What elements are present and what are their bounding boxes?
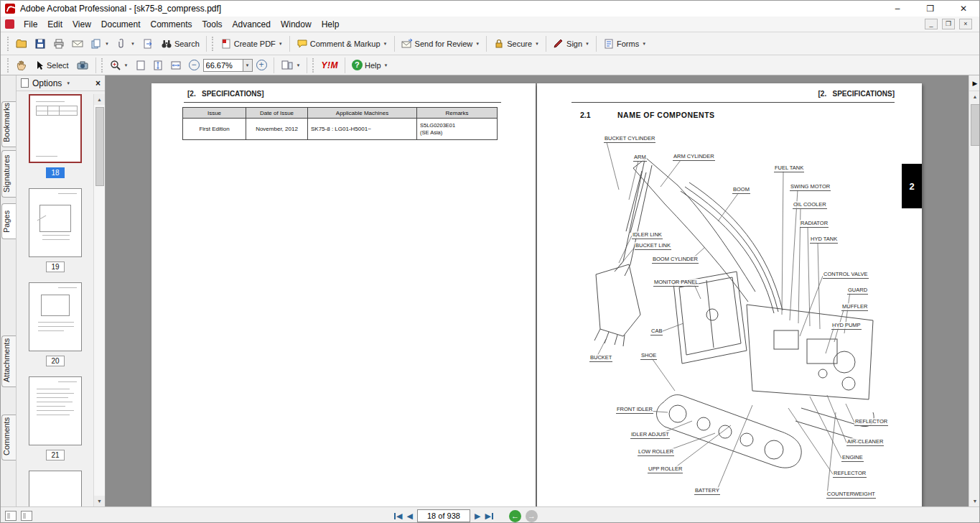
print-button[interactable]	[50, 34, 68, 52]
menu-comments[interactable]: Comments	[146, 18, 197, 31]
export-button[interactable]	[139, 34, 157, 52]
component-label: COUNTERWEIGHT	[826, 491, 876, 499]
snapshot-button[interactable]	[73, 56, 93, 74]
tab-bookmarks[interactable]: Bookmarks	[1, 101, 16, 147]
help-icon: ?	[352, 60, 363, 70]
acrobat-window: { "window": { "title": "Adobe Acrobat Pr…	[0, 0, 980, 523]
zoom-out-button[interactable]: −	[185, 56, 203, 74]
thumbnail-image[interactable]	[29, 376, 82, 445]
toolbar-separator	[345, 57, 345, 73]
scrollbar-thumb[interactable]	[971, 104, 980, 146]
toolbar-separator	[394, 36, 395, 52]
minimize-button[interactable]: –	[892, 4, 903, 14]
email-button[interactable]	[68, 34, 87, 52]
toolbar-separator	[95, 57, 96, 73]
tab-signatures[interactable]: Signatures	[1, 150, 16, 198]
page-size-icon[interactable]	[5, 511, 17, 521]
create-pdf-button[interactable]: Create PDF ▼	[217, 34, 286, 52]
mdi-restore-button[interactable]: ❐	[942, 19, 955, 29]
menu-help[interactable]: Help	[317, 18, 345, 31]
mdi-minimize-button[interactable]: _	[925, 19, 938, 29]
send-review-icon	[401, 38, 413, 50]
scrollbar-thumb[interactable]	[95, 107, 104, 186]
forms-button[interactable]: Forms ▼	[599, 34, 650, 52]
layout-toggle-icon[interactable]	[21, 511, 32, 521]
thumbnail-image[interactable]	[29, 282, 82, 351]
menu-advanced[interactable]: Advanced	[228, 18, 276, 31]
menu-window[interactable]: Window	[276, 18, 317, 31]
send-for-review-button[interactable]: Send for Review ▼	[398, 34, 484, 52]
menu-file[interactable]: File	[19, 18, 42, 31]
menu-document[interactable]: Document	[96, 18, 146, 31]
previous-view-button[interactable]: ←	[509, 510, 521, 522]
toolbar-grip[interactable]	[212, 37, 215, 51]
toolbar-grip[interactable]	[7, 58, 10, 73]
menu-view[interactable]: View	[67, 18, 96, 31]
sign-button[interactable]: Sign ▼	[549, 34, 593, 52]
tab-pages[interactable]: Pages	[1, 203, 16, 239]
panel-close-button[interactable]: ×	[95, 78, 101, 88]
toolbar-grip[interactable]	[7, 37, 10, 51]
zoom-tool-button[interactable]: ▼	[106, 56, 132, 74]
toolbar-grip[interactable]	[312, 58, 315, 73]
thumbnail-image[interactable]	[29, 94, 82, 163]
tab-attachments[interactable]: Attachments	[1, 335, 16, 387]
view-toolbar: Select ▼ − ▼ + ▼ Y!M ? Help ▼	[1, 55, 979, 75]
scroll-up-icon[interactable]: ▲	[969, 91, 980, 102]
save-button[interactable]	[31, 34, 50, 52]
hide-panel-chevron-icon[interactable]: ▶	[969, 75, 980, 91]
scroll-down-icon[interactable]: ▼	[969, 496, 980, 506]
page-number-input[interactable]	[417, 509, 470, 522]
thumbnail-page-18[interactable]: 18	[29, 94, 82, 178]
messenger-button[interactable]: Y!M	[317, 56, 342, 74]
pages-panel-scrollbar[interactable]: ▲ ▼	[93, 94, 105, 506]
thumbnail-page-number[interactable]: 18	[46, 167, 64, 178]
zoom-level-input[interactable]	[203, 59, 243, 72]
menu-edit[interactable]: Edit	[42, 18, 67, 31]
attach-button[interactable]: ▼	[113, 34, 139, 52]
comment-markup-label: Comment & Markup	[310, 40, 381, 48]
open-button[interactable]	[12, 34, 31, 52]
last-page-button[interactable]: ▶	[485, 512, 493, 521]
thumbnail-page-21[interactable]: 21	[29, 376, 82, 460]
previous-page-button[interactable]: ◀	[406, 512, 412, 521]
tab-comments[interactable]: Comments	[1, 415, 16, 460]
next-view-button[interactable]: →	[526, 510, 538, 522]
menu-tools[interactable]: Tools	[197, 18, 228, 31]
zoom-in-button[interactable]: +	[253, 56, 271, 74]
page-layout-button[interactable]: ▼	[277, 56, 304, 74]
help-button[interactable]: ? Help ▼	[348, 56, 392, 74]
thumbnail-page-22-partial[interactable]	[29, 471, 82, 506]
scroll-down-icon[interactable]: ▼	[94, 496, 105, 506]
select-tool-button[interactable]: Select	[31, 56, 73, 74]
thumbnail-image[interactable]	[29, 471, 82, 506]
comment-markup-button[interactable]: Comment & Markup ▼	[293, 34, 391, 52]
search-label: Search	[174, 40, 200, 48]
thumbnail-image[interactable]	[29, 188, 82, 257]
maximize-button[interactable]: ❒	[925, 4, 936, 14]
thumbnail-page-20[interactable]: 20	[29, 282, 82, 366]
next-page-button[interactable]: ▶	[475, 512, 480, 521]
search-button[interactable]: Search	[157, 34, 203, 52]
thumbnail-page-number[interactable]: 20	[46, 356, 64, 366]
first-page-button[interactable]: ◀	[394, 512, 402, 521]
combine-files-button[interactable]: ▼	[87, 34, 113, 52]
thumbnail-page-number[interactable]: 19	[46, 262, 64, 272]
fit-width-icon	[170, 60, 182, 71]
zoom-level-dropdown[interactable]: ▼	[243, 59, 253, 72]
mdi-close-button[interactable]: ×	[959, 19, 972, 29]
thumbnail-page-number[interactable]: 21	[46, 450, 64, 460]
close-button[interactable]: ✕	[958, 4, 969, 14]
toolbar-grip[interactable]	[101, 58, 104, 73]
thumbnail-page-19[interactable]: 19	[29, 188, 82, 272]
options-menu-button[interactable]: Options	[32, 78, 62, 88]
fit-page-button[interactable]	[149, 56, 167, 74]
document-scrollbar[interactable]: ▶ ▲ ▼	[969, 75, 980, 506]
document-area[interactable]: [2. SPECIFICATIONS] Issue Date of Issue …	[106, 75, 969, 506]
hand-tool-button[interactable]	[12, 56, 31, 74]
fit-width-button[interactable]	[167, 56, 185, 74]
secure-button[interactable]: Secure ▼	[490, 34, 543, 52]
scroll-up-icon[interactable]: ▲	[94, 94, 105, 105]
window-controls: – ❒ ✕	[892, 4, 975, 14]
actual-size-button[interactable]	[132, 56, 149, 74]
